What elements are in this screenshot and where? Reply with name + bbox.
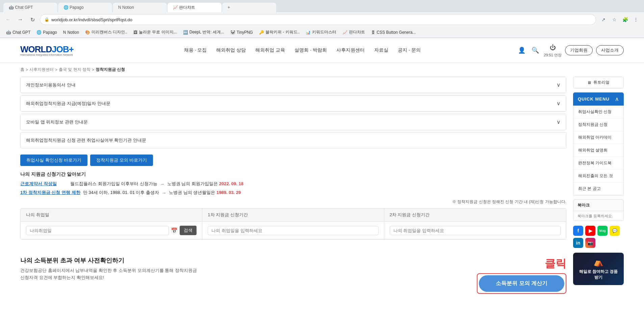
employment-date-input[interactable]	[26, 226, 169, 235]
form-table-body: 📅 검색	[21, 222, 566, 239]
breadcrumb: 홈 > 사후지원센터 > 출국 및 현지 정착 > 정착지원금 신청	[0, 63, 644, 77]
kakaotalk-icon[interactable]: 💬	[610, 226, 620, 236]
quick-item-3[interactable]: 해외취업 설명회	[573, 144, 623, 157]
quick-item-2[interactable]: 해외취업 아카데미	[573, 131, 623, 144]
linkedin-icon[interactable]: in	[573, 238, 583, 248]
tab-papago[interactable]: 🌐 Papago	[58, 3, 112, 12]
search-button[interactable]: 검색	[180, 226, 197, 235]
blog-icon[interactable]: blog	[597, 226, 608, 236]
back-button[interactable]: ←	[3, 15, 13, 24]
bookmark-keywordmaster[interactable]: 📊 키워드마스터	[303, 28, 339, 36]
breadcrumb-level2[interactable]: 출국 및 현지 정착	[59, 67, 91, 73]
calc-btn[interactable]: 소득분위 모의 계산기	[479, 275, 564, 292]
quick-item-1[interactable]: 정착지원금 신청	[573, 118, 623, 131]
forward-button[interactable]: →	[16, 15, 25, 24]
nav-notice[interactable]: 공지 · 문의	[398, 47, 421, 53]
accordion-header-3[interactable]: 모바일 앱 위치정보 관련 안내문 ∨	[21, 114, 566, 130]
buttons-row: 취업사실 확인신청 바로가기 정착지원금 모의 바로가기	[20, 155, 566, 166]
browser-chrome: 🤖 Chat GPT 🌐 Papago N Notion 📈 판다챠트 + ← …	[0, 0, 644, 38]
col1-header: 나의 취업일	[21, 208, 202, 221]
main-nav: 채용 · 모집 해외취업 상담 해외취업 교육 설명회 · 박람회 사후지원센터…	[101, 47, 503, 53]
nav-support[interactable]: 사후지원센터	[336, 47, 365, 53]
logo-text: WORLDJOB+	[20, 44, 74, 54]
tutorial-icon: 🖥	[587, 80, 591, 85]
accordion-label-1: 개인정보이용동의서 안내	[26, 82, 76, 88]
tutorial-label: 튜토리얼	[593, 80, 610, 85]
bookmark-tinypng[interactable]: 🐼 TinyPNG	[228, 29, 256, 36]
bookmark-blockkiwi[interactable]: 🔑 블락키위 - 키워드..	[256, 28, 302, 36]
nav-recruitment[interactable]: 채용 · 모집	[184, 47, 207, 53]
logo-subtitle: International Integrated Information Net…	[20, 53, 74, 56]
quick-menu-header[interactable]: QUICK MENU ∧	[573, 92, 624, 106]
note-text: ※ 정착지원금 신청은 정해진 신청 기간 내 (재)신청 가능합니다.	[20, 199, 566, 205]
confirm-apply-btn[interactable]: 취업사실 확인신청 바로가기	[20, 155, 87, 166]
share-button[interactable]: ↗	[599, 15, 608, 24]
event-banner[interactable]: ⛺ 해일로 참여하고 경품받기	[573, 253, 624, 285]
breadcrumb-level1[interactable]: 사후지원센터	[29, 67, 54, 73]
nav-expo[interactable]: 설명회 · 박람회	[294, 47, 327, 53]
browser-actions: ↗ ☆ 🧩 ⋮	[599, 15, 641, 24]
accordion-header-1[interactable]: 개인정보이용동의서 안내 ∨	[21, 77, 566, 93]
col3-cell	[384, 222, 566, 239]
search-icon[interactable]: 🔍	[530, 45, 540, 55]
logout-icon[interactable]: ⏻	[548, 43, 557, 53]
site-wrapper: WORLDJOB+ International Integrated Infor…	[0, 38, 644, 314]
calendar-icon[interactable]: 📅	[171, 227, 178, 234]
tab-chatgpt[interactable]: 🤖 Chat GPT	[3, 3, 57, 12]
breadcrumb-home[interactable]: 홈	[20, 67, 24, 73]
bookmark-notion[interactable]: N Notion	[60, 29, 82, 36]
bookmark-cssbtn[interactable]: 🎛 CSS Button Genera...	[368, 29, 418, 36]
nav-consulting[interactable]: 해외취업 상담	[216, 47, 246, 53]
info-arrow-1: →	[160, 181, 164, 187]
tab-more[interactable]: +	[222, 3, 276, 12]
extensions-button[interactable]: 🧩	[620, 15, 630, 24]
mock-apply-btn[interactable]: 정착지원금 모의 바로가기	[90, 155, 153, 166]
bookmark-button[interactable]: ☆	[610, 15, 619, 24]
nav-resources[interactable]: 자료실	[374, 47, 388, 53]
nav-education[interactable]: 해외취업 교육	[255, 47, 285, 53]
info-desc-2: 만 34세 이하, 1988. 01. 01 이후 출생자	[83, 190, 159, 196]
quick-item-5[interactable]: 해외진출의 모든 것	[573, 170, 623, 183]
income-desc: 건강보험공단 홈페이지에서 납부내역을 확인한 후 소득분위 모의계산기를 통해…	[20, 267, 465, 281]
form-table: 나의 취업일 1차 지원금 신청기간 2차 지원금 신청기간 📅 검색	[20, 208, 566, 240]
quick-item-6[interactable]: 최근 본 공고	[573, 183, 623, 195]
info-name-2: 노병권 님의 생년월일은 1989. 03. 29	[169, 190, 241, 196]
info-label-1[interactable]: 근로계약서 작성일	[20, 181, 68, 187]
bookmark-input[interactable]	[573, 211, 623, 221]
accordion-arrow-3: ∨	[557, 119, 561, 125]
income-right: 클릭 소득분위 모의 계산기	[472, 256, 566, 294]
subsidy-info-section: 나의 지원금 신청기간 알아보기 근로계약서 작성일 월드잡플러스 회원가입일 …	[20, 171, 566, 196]
bookmark-chatgpt[interactable]: 🤖 Chat GPT	[3, 29, 33, 36]
youtube-icon[interactable]: ▶	[585, 226, 595, 236]
intro-btn[interactable]: 사업소개	[596, 45, 624, 55]
info-row-1: 근로계약서 작성일 월드잡플러스 회원가입일 이후부터 신청가능 → 노병권 님…	[20, 181, 566, 187]
logo[interactable]: WORLDJOB+ International Integrated Infor…	[20, 44, 74, 56]
content-area: 개인정보이용동의서 안내 ∨ 해외취업정착지원금 지급(예정)일자 안내문 ∨ …	[20, 77, 566, 301]
tab-active[interactable]: 📈 판다챠트	[168, 3, 222, 12]
bookmark-section: 북마크	[573, 199, 624, 221]
info-label-2[interactable]: 1차 정착지원금 신청 연령 제한	[20, 190, 80, 196]
address-bar[interactable]: 🔒 worldjob.or.kr/indvdl/sbsdSprt/sprtRqs…	[40, 14, 596, 25]
col2-cell	[202, 222, 384, 239]
accordion-header-2[interactable]: 해외취업정착지원금 지급(예정)일자 안내문 ∨	[21, 95, 566, 111]
join-btn[interactable]: 기업회원	[565, 45, 593, 55]
bookmark-images[interactable]: 🖼 눌라운 무료 이미지...	[131, 28, 180, 36]
quick-item-4[interactable]: 완전정복 가이드북	[573, 157, 623, 170]
instagram-icon[interactable]: 📷	[585, 238, 595, 248]
reload-button[interactable]: ↻	[28, 15, 37, 24]
bookmark-pandachart[interactable]: 📈 판다챠트	[340, 28, 368, 36]
site-header: WORLDJOB+ International Integrated Infor…	[0, 38, 644, 63]
bookmark-deepl[interactable]: 🔤 DeepL 번역: 세계...	[180, 28, 227, 36]
tab-notion[interactable]: N Notion	[113, 3, 167, 12]
menu-button[interactable]: ⋮	[631, 15, 641, 24]
facebook-icon[interactable]: f	[573, 226, 583, 236]
tutorial-btn[interactable]: 🖥 튜토리얼	[573, 77, 624, 88]
second-period-input[interactable]	[390, 226, 561, 235]
accordion-label-3: 모바일 앱 위치정보 관련 안내문	[26, 119, 88, 125]
quick-item-0[interactable]: 취업사실확인 신청	[573, 106, 623, 118]
bookmark-miricanvas[interactable]: 🎨 미리캔버스 디자인..	[82, 28, 130, 36]
bookmark-papago[interactable]: 🌐 Papago	[34, 29, 59, 36]
accordion-header-4[interactable]: 해외취업정착지원금 신청 관련 취업사실여부 확인기관 안내문	[21, 133, 566, 148]
user-icon[interactable]: 👤	[517, 45, 527, 55]
first-period-input[interactable]	[208, 226, 378, 235]
